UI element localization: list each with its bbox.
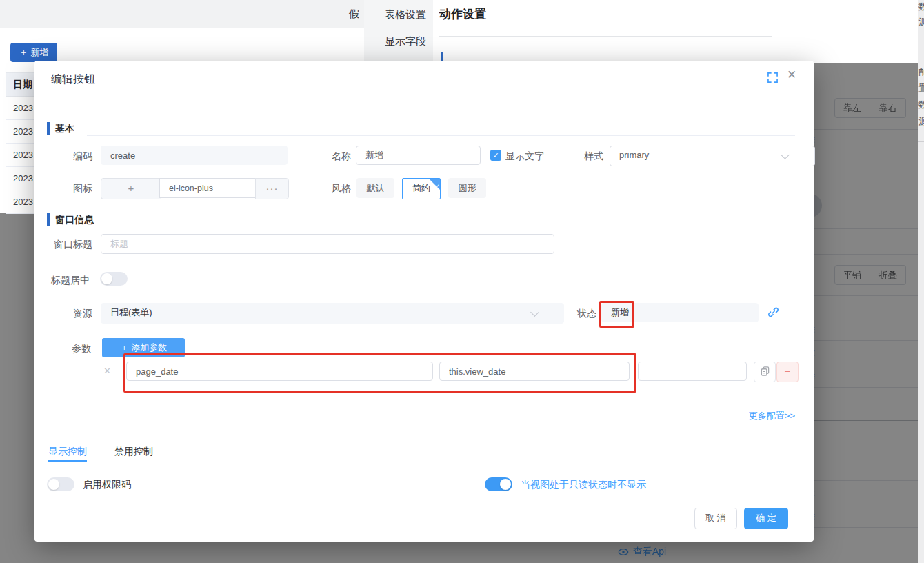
app-root: 靠左 靠右 删除 删除 删除 删除 删除 删除 平铺 折叠 — [0, 0, 924, 563]
resource-label: 资源 — [44, 308, 92, 319]
icon-plus-button[interactable]: + — [101, 178, 161, 199]
status-label: 状态 — [548, 308, 596, 319]
active-tab-underline — [48, 460, 87, 462]
layout-button-group: 平铺 折叠 — [834, 265, 906, 285]
param-extra-input[interactable] — [638, 362, 747, 381]
permission-code-label: 启用权限码 — [83, 479, 131, 490]
align-right-button[interactable]: 靠右 — [870, 98, 906, 118]
style-select[interactable]: primary — [610, 146, 815, 166]
readonly-hide-toggle[interactable] — [485, 477, 512, 491]
show-text-checkbox[interactable]: ✓ — [490, 150, 501, 161]
menu-item-table-settings[interactable]: 表格设置 — [385, 8, 426, 21]
edit-button-dialog: 编辑按钮 ✕ 基本 编码 名称 ✓ 显示文字 样式 primary 图标 + ·… — [34, 61, 814, 542]
style-label: 样式 — [555, 150, 603, 161]
check-icon: ✓ — [434, 177, 440, 196]
name-label: 名称 — [303, 150, 351, 161]
center-title-label: 标题居中 — [51, 275, 90, 286]
permission-code-toggle[interactable] — [47, 477, 74, 491]
partial-tab-label: 假 — [349, 8, 359, 21]
shape-option-label: 简约 — [412, 183, 430, 193]
strip-glyph: 数 — [918, 99, 924, 111]
right-vertical-tab-strip[interactable]: 数 源 配 置 数 源 — [918, 0, 924, 563]
shape-option-round[interactable]: 圆形 — [448, 178, 486, 198]
remove-param-button[interactable]: − — [776, 362, 799, 382]
chevron-down-icon — [781, 150, 790, 159]
shape-option-simple[interactable]: 简约 ✓ — [402, 178, 441, 199]
tile-button[interactable]: 平铺 — [834, 265, 870, 285]
tab-display-control[interactable]: 显示控制 — [48, 446, 87, 458]
link-icon[interactable] — [767, 306, 779, 318]
copy-icon — [761, 366, 770, 376]
drag-handle-icon[interactable]: ✕ — [103, 366, 111, 376]
view-api-label: 查看Api — [633, 546, 666, 558]
close-icon[interactable]: ✕ — [787, 68, 796, 82]
params-label: 参数 — [43, 343, 91, 354]
strip-glyph: 源 — [918, 16, 924, 28]
action-settings-title: 动作设置 — [439, 6, 486, 22]
icon-more-button[interactable]: ··· — [255, 178, 289, 199]
strip-glyph: 源 — [918, 115, 924, 128]
section-accent-bar — [47, 213, 50, 226]
strip-glyph: 配 — [918, 66, 924, 78]
resource-select[interactable]: 日程(表单) — [101, 303, 564, 324]
divider — [34, 462, 814, 462]
resource-select-value: 日程(表单) — [110, 307, 152, 317]
strip-glyph: 置 — [918, 82, 924, 95]
param-name-input[interactable] — [126, 362, 433, 381]
collapse-button[interactable]: 折叠 — [870, 265, 906, 285]
style-select-value: primary — [619, 150, 649, 160]
confirm-button[interactable]: 确 定 — [744, 508, 788, 529]
section-title-basic: 基本 — [55, 123, 74, 135]
window-title-input[interactable] — [101, 234, 554, 254]
section-title-window: 窗口信息 — [55, 214, 94, 226]
add-param-button[interactable]: ＋ 添加参数 — [102, 338, 185, 357]
readonly-hide-label: 当视图处于只读状态时不显示 — [521, 479, 646, 490]
align-button-group: 靠左 靠右 — [834, 98, 906, 118]
copy-param-button[interactable] — [754, 362, 776, 382]
param-value-input[interactable] — [439, 362, 630, 381]
align-left-button[interactable]: 靠左 — [834, 98, 870, 118]
status-input[interactable] — [601, 303, 759, 322]
shape-option-default[interactable]: 默认 — [356, 178, 394, 198]
action-settings-panel: 动作设置 — [433, 0, 918, 63]
section-accent-bar — [47, 122, 50, 135]
icon-label: 图标 — [44, 183, 92, 194]
eye-icon — [618, 546, 629, 557]
code-input[interactable] — [101, 146, 288, 165]
menu-item-display-fields[interactable]: 显示字段 — [385, 35, 426, 48]
fullscreen-icon[interactable] — [767, 72, 778, 83]
window-title-label: 窗口标题 — [44, 239, 92, 250]
more-config-link[interactable]: 更多配置>> — [740, 410, 795, 422]
tab-disable-control[interactable]: 禁用控制 — [114, 446, 153, 458]
name-input[interactable] — [356, 146, 481, 165]
dialog-title: 编辑按钮 — [51, 72, 95, 87]
add-record-button[interactable]: ＋ 新增 — [10, 43, 57, 62]
icon-name-input[interactable] — [159, 178, 256, 198]
center-title-toggle[interactable] — [100, 272, 128, 286]
shape-label: 风格 — [303, 183, 351, 194]
cancel-button[interactable]: 取 消 — [694, 508, 737, 529]
code-label: 编码 — [44, 150, 92, 161]
chevron-down-icon — [530, 308, 539, 317]
strip-glyph: 数 — [918, 1, 924, 13]
view-api-link[interactable]: 查看Api — [618, 546, 666, 558]
show-text-label: 显示文字 — [505, 150, 544, 161]
